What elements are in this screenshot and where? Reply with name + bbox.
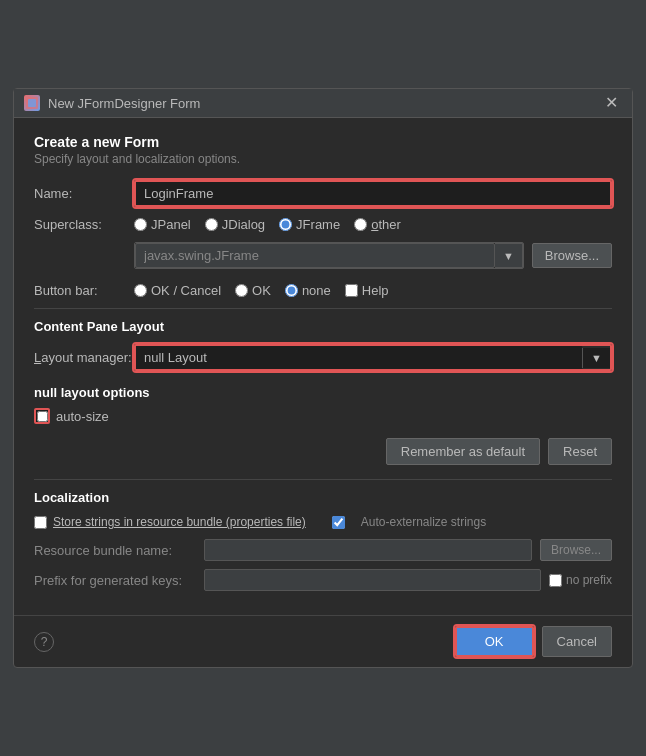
store-strings-label: Store strings in resource bundle (proper… xyxy=(53,515,306,529)
superclass-jdialog[interactable]: JDialog xyxy=(205,217,265,232)
null-layout-title: null layout options xyxy=(34,385,612,400)
divider-1 xyxy=(34,308,612,309)
content-pane-title: Content Pane Layout xyxy=(34,319,612,334)
button-bar-row: Button bar: OK / Cancel OK none Help xyxy=(34,283,612,298)
localization-title: Localization xyxy=(34,490,612,505)
superclass-other-label: other xyxy=(371,217,401,232)
superclass-browse-button[interactable]: Browse... xyxy=(532,243,612,268)
actions-row: Remember as default Reset xyxy=(34,438,612,465)
superclass-dropdown-arrow[interactable]: ▼ xyxy=(495,243,523,268)
btn-bar-okcancal[interactable]: OK / Cancel xyxy=(134,283,221,298)
btn-bar-okcancel-label: OK / Cancel xyxy=(151,283,221,298)
layout-select-wrapper: null Layout FlowLayout BorderLayout Grid… xyxy=(134,344,612,371)
title-bar: New JFormDesigner Form ✕ xyxy=(14,89,632,118)
auto-size-checkbox-wrapper[interactable] xyxy=(34,408,50,424)
app-icon xyxy=(24,95,40,111)
auto-size-row: auto-size xyxy=(34,408,612,424)
auto-size-checkbox[interactable] xyxy=(37,411,48,422)
superclass-label: Superclass: xyxy=(34,217,134,232)
no-prefix-checkbox[interactable] xyxy=(549,574,562,587)
superclass-combo: ▼ xyxy=(134,242,524,269)
bottom-bar: ? OK Cancel xyxy=(14,615,632,667)
btn-bar-none-label: none xyxy=(302,283,331,298)
resource-bundle-browse-button[interactable]: Browse... xyxy=(540,539,612,561)
superclass-input[interactable] xyxy=(135,243,495,268)
resource-bundle-label: Resource bundle name: xyxy=(34,543,204,558)
dialog-container: New JFormDesigner Form ✕ Create a new Fo… xyxy=(13,88,633,668)
button-bar-radio-group: OK / Cancel OK none Help xyxy=(134,283,612,298)
btn-bar-help-label: Help xyxy=(362,283,389,298)
auto-externalize-label: Auto-externalize strings xyxy=(361,515,486,529)
name-label: Name: xyxy=(34,186,134,201)
auto-externalize-checkbox[interactable] xyxy=(332,516,345,529)
header-subtitle: Specify layout and localization options. xyxy=(34,152,612,166)
cancel-button[interactable]: Cancel xyxy=(542,626,612,657)
resource-bundle-input[interactable] xyxy=(204,539,532,561)
prefix-row: Prefix for generated keys: no prefix xyxy=(34,569,612,591)
superclass-radio-group: JPanel JDialog JFrame other xyxy=(134,217,612,232)
superclass-input-wrapper: ▼ Browse... xyxy=(134,242,612,269)
superclass-jframe[interactable]: JFrame xyxy=(279,217,340,232)
divider-2 xyxy=(34,479,612,480)
header-title: Create a new Form xyxy=(34,134,612,150)
reset-button[interactable]: Reset xyxy=(548,438,612,465)
dialog-body: Create a new Form Specify layout and loc… xyxy=(14,118,632,615)
superclass-jframe-label: JFrame xyxy=(296,217,340,232)
btn-bar-none[interactable]: none xyxy=(285,283,331,298)
title-bar-left: New JFormDesigner Form xyxy=(24,95,200,111)
store-strings-row: Store strings in resource bundle (proper… xyxy=(34,515,612,529)
superclass-jpanel[interactable]: JPanel xyxy=(134,217,191,232)
help-icon-symbol: ? xyxy=(41,635,48,649)
name-row: Name: xyxy=(34,180,612,207)
no-prefix-label: no prefix xyxy=(566,573,612,587)
help-button[interactable]: ? xyxy=(34,632,54,652)
store-strings-checkbox[interactable] xyxy=(34,516,47,529)
dialog-title: New JFormDesigner Form xyxy=(48,96,200,111)
layout-manager-label: Layout manager: xyxy=(34,350,134,365)
btn-bar-ok[interactable]: OK xyxy=(235,283,271,298)
auto-size-label: auto-size xyxy=(56,409,109,424)
layout-select[interactable]: null Layout FlowLayout BorderLayout Grid… xyxy=(136,346,582,369)
prefix-input[interactable] xyxy=(204,569,541,591)
resource-bundle-row: Resource bundle name: Browse... xyxy=(34,539,612,561)
superclass-dropdown-row: ▼ Browse... xyxy=(34,242,612,269)
layout-manager-row: Layout manager: null Layout FlowLayout B… xyxy=(34,344,612,371)
close-button[interactable]: ✕ xyxy=(601,95,622,111)
btn-bar-ok-label: OK xyxy=(252,283,271,298)
name-input[interactable] xyxy=(134,180,612,207)
btn-bar-help[interactable]: Help xyxy=(345,283,389,298)
remember-default-button[interactable]: Remember as default xyxy=(386,438,540,465)
superclass-row: Superclass: JPanel JDialog JFrame other xyxy=(34,217,612,232)
superclass-other[interactable]: other xyxy=(354,217,401,232)
ok-button[interactable]: OK xyxy=(455,626,534,657)
bottom-buttons: OK Cancel xyxy=(455,626,612,657)
superclass-jpanel-label: JPanel xyxy=(151,217,191,232)
svg-rect-1 xyxy=(28,99,36,107)
layout-manager-label-text: Layout manager: xyxy=(34,350,132,365)
button-bar-label: Button bar: xyxy=(34,283,134,298)
layout-dropdown-arrow[interactable]: ▼ xyxy=(582,348,610,368)
no-prefix-row: no prefix xyxy=(549,573,612,587)
prefix-label: Prefix for generated keys: xyxy=(34,573,204,588)
superclass-jdialog-label: JDialog xyxy=(222,217,265,232)
